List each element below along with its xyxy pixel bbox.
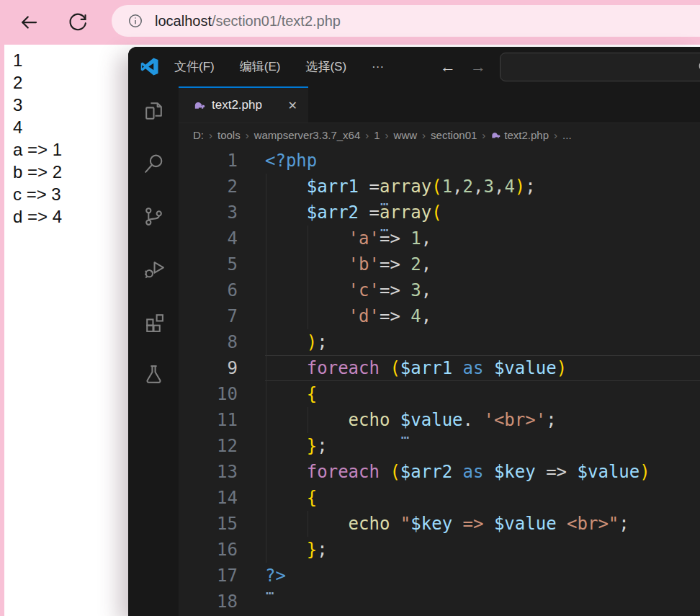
code-token — [265, 332, 307, 352]
breadcrumb-item[interactable]: section01 — [431, 129, 477, 141]
code-token-diagnostic: $value — [400, 407, 463, 433]
breadcrumb-item[interactable]: 1 — [374, 129, 380, 141]
code-line[interactable]: 17?> — [179, 563, 700, 589]
chevron-right-icon: › — [365, 129, 369, 141]
line-number: 15 — [179, 511, 238, 537]
tab-text2-php[interactable]: text2.php ✕ — [179, 86, 308, 122]
browser-refresh-icon[interactable] — [65, 9, 91, 35]
vscode-window: 文件(F) 编辑(E) 选择(S) ··· ← → — [128, 47, 700, 616]
code-token — [452, 358, 462, 378]
breadcrumb-item[interactable]: www — [394, 129, 418, 141]
code-line[interactable]: 16 }; — [179, 537, 700, 563]
menu-selection[interactable]: 选择(S) — [302, 57, 349, 76]
chevron-right-icon: › — [554, 129, 557, 141]
code-token: $arr2 — [400, 462, 452, 482]
code-line[interactable]: 10 { — [179, 381, 700, 407]
code-token-diagnostic: array — [380, 200, 431, 226]
code-token — [473, 410, 483, 430]
line-number: 1 — [179, 148, 238, 174]
site-info-icon[interactable] — [127, 13, 143, 29]
code-line[interactable]: 9 foreach ($arr1 as $value) — [179, 355, 700, 381]
breadcrumb-item[interactable]: D: — [193, 129, 204, 141]
vscode-logo-icon — [140, 58, 158, 76]
menu-more[interactable]: ··· — [369, 58, 387, 76]
breadcrumb-item[interactable]: tools — [217, 129, 241, 141]
vscode-titlebar: 文件(F) 编辑(E) 选择(S) ··· ← → — [128, 47, 700, 86]
code-line[interactable]: 14 { — [179, 485, 700, 511]
code-token — [265, 254, 349, 274]
menu-file[interactable]: 文件(F) — [171, 57, 217, 76]
code-line[interactable]: 4 'a'=> 1, — [179, 226, 700, 251]
tab-label: text2.php — [212, 98, 262, 112]
code-token: $value — [494, 514, 557, 534]
code-token — [265, 280, 349, 300]
code-token — [452, 514, 462, 534]
code-token: ( — [431, 177, 441, 197]
tab-close-icon[interactable]: ✕ — [286, 98, 300, 113]
code-line[interactable]: 18 — [179, 589, 700, 615]
line-number: 17 — [179, 563, 238, 589]
command-center-searchbox[interactable] — [500, 53, 700, 81]
code-token: " — [400, 514, 410, 534]
code-token — [265, 514, 349, 534]
code-line[interactable]: 11 echo $value. '<br>'; — [179, 407, 700, 433]
code-line[interactable]: 5 'b'=> 2, — [179, 251, 700, 277]
code-token: 'a' — [349, 228, 380, 249]
breadcrumb: D:› tools› wampserver3.3.7_x64› 1› www› … — [179, 122, 700, 148]
code-token: => — [380, 306, 410, 326]
code-token: <?php — [265, 151, 317, 171]
code-token — [483, 358, 493, 378]
editor-lines[interactable]: 1<?php2 $arr1 =array(1,2,3,4);3 $arr2 =a… — [179, 148, 700, 616]
code-token: 3 — [483, 177, 493, 197]
code-token: foreach — [307, 462, 380, 482]
vscode-body: text2.php ✕ D:› tools› wampserver3.3.7_x… — [128, 86, 700, 616]
nav-forward-icon[interactable]: → — [468, 57, 488, 77]
code-line[interactable]: 12 }; — [179, 433, 700, 459]
code-text: }; — [238, 537, 328, 563]
line-number: 6 — [179, 277, 238, 303]
code-text: echo "$key => $value <br>"; — [238, 511, 629, 537]
code-line[interactable]: 2 $arr1 =array(1,2,3,4); — [179, 174, 700, 200]
code-token — [380, 358, 390, 378]
breadcrumb-file[interactable]: text2.php — [490, 129, 549, 141]
code-token: 'd' — [349, 306, 380, 326]
code-token-diagnostic: ?> — [265, 563, 286, 589]
nav-back-icon[interactable]: ← — [438, 57, 458, 77]
code-line[interactable]: 8 ); — [179, 329, 700, 355]
code-line[interactable]: 13 foreach ($arr2 as $key => $value) — [179, 459, 700, 485]
search-icon[interactable] — [141, 151, 166, 176]
address-bar[interactable]: localhost/section01/text2.php — [112, 5, 700, 37]
code-token: $arr1 — [307, 177, 359, 197]
source-control-icon[interactable] — [141, 204, 166, 228]
code-token: ( — [390, 462, 400, 482]
code-line[interactable]: 1<?php — [179, 148, 700, 174]
code-token: ; — [317, 332, 327, 352]
code-token: => — [380, 254, 410, 274]
chevron-right-icon: › — [246, 129, 249, 141]
code-token: as — [463, 462, 484, 482]
testing-icon[interactable] — [141, 362, 166, 386]
breadcrumb-item[interactable]: ... — [562, 129, 572, 141]
menu-edit[interactable]: 编辑(E) — [237, 57, 284, 76]
code-line[interactable]: 7 'd'=> 4, — [179, 303, 700, 329]
editor-group: text2.php ✕ D:› tools› wampserver3.3.7_x… — [179, 86, 700, 616]
code-line[interactable]: 15 echo "$key => $value <br>"; — [179, 511, 700, 537]
code-line[interactable]: 6 'c'=> 3, — [179, 277, 700, 303]
code-token: ; — [546, 410, 556, 430]
url-host: localhost — [155, 13, 212, 29]
breadcrumb-item-label: text2.php — [504, 129, 549, 141]
code-token: } — [307, 540, 317, 560]
url-text: localhost/section01/text2.php — [155, 13, 341, 30]
code-line[interactable]: 3 $arr2 =array( — [179, 200, 700, 226]
code-token: echo — [349, 410, 390, 430]
code-token: 2 — [410, 254, 421, 274]
code-text — [238, 589, 265, 615]
code-text: 'c'=> 3, — [238, 277, 431, 303]
menubar: 文件(F) 编辑(E) 选择(S) ··· — [171, 47, 387, 86]
breadcrumb-item[interactable]: wampserver3.3.7_x64 — [254, 129, 361, 141]
browser-back-icon[interactable] — [16, 9, 42, 35]
explorer-icon[interactable] — [141, 99, 166, 123]
run-debug-icon[interactable] — [141, 256, 166, 281]
extensions-icon[interactable] — [141, 309, 166, 334]
code-token: , — [452, 177, 462, 197]
